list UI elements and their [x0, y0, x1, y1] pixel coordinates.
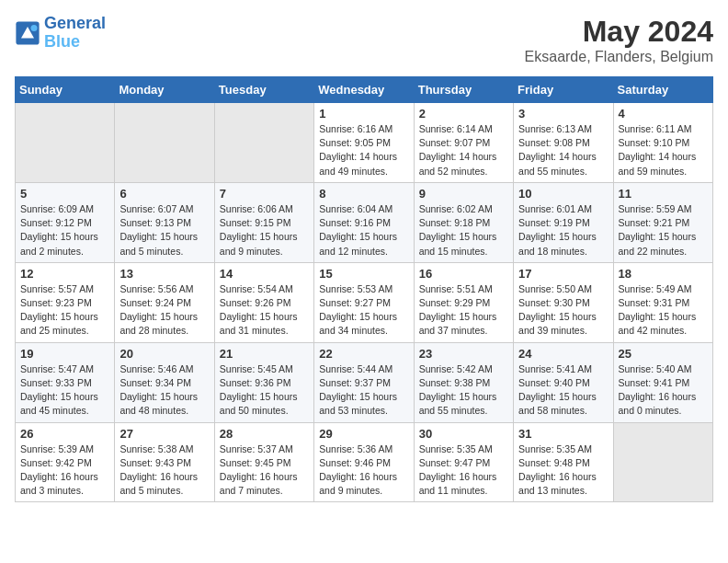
calendar-cell: 15Sunrise: 5:53 AMSunset: 9:27 PMDayligh…	[314, 262, 414, 342]
day-number: 10	[518, 187, 608, 201]
day-number: 26	[20, 427, 109, 441]
day-info: Sunrise: 5:38 AMSunset: 9:43 PMDaylight:…	[119, 442, 209, 499]
calendar-cell	[115, 103, 214, 183]
day-info: Sunrise: 5:35 AMSunset: 9:48 PMDaylight:…	[518, 442, 608, 499]
day-number: 7	[220, 187, 309, 201]
svg-point-2	[31, 25, 38, 31]
calendar-cell: 13Sunrise: 5:56 AMSunset: 9:24 PMDayligh…	[115, 262, 214, 342]
calendar-cell: 12Sunrise: 5:57 AMSunset: 9:23 PMDayligh…	[16, 262, 115, 342]
day-number: 6	[119, 187, 209, 201]
day-info: Sunrise: 5:50 AMSunset: 9:30 PMDaylight:…	[518, 282, 608, 339]
weekday-header: Wednesday	[314, 77, 414, 103]
calendar-cell: 11Sunrise: 5:59 AMSunset: 9:21 PMDayligh…	[613, 182, 712, 262]
weekday-header: Monday	[115, 77, 214, 103]
calendar-cell: 19Sunrise: 5:47 AMSunset: 9:33 PMDayligh…	[16, 342, 115, 422]
day-number: 8	[319, 187, 408, 201]
day-info: Sunrise: 5:37 AMSunset: 9:45 PMDaylight:…	[220, 442, 309, 499]
calendar-cell: 20Sunrise: 5:46 AMSunset: 9:34 PMDayligh…	[115, 342, 214, 422]
day-info: Sunrise: 5:45 AMSunset: 9:36 PMDaylight:…	[220, 362, 309, 419]
subtitle: Eksaarde, Flanders, Belgium	[525, 49, 713, 65]
day-info: Sunrise: 6:01 AMSunset: 9:19 PMDaylight:…	[518, 202, 608, 259]
day-info: Sunrise: 6:14 AMSunset: 9:07 PMDaylight:…	[419, 122, 508, 178]
day-number: 17	[518, 267, 608, 281]
weekday-header: Saturday	[613, 77, 712, 103]
day-info: Sunrise: 5:47 AMSunset: 9:33 PMDaylight:…	[20, 362, 109, 419]
day-number: 28	[220, 427, 309, 441]
logo: GeneralBlue	[15, 15, 106, 52]
day-number: 27	[119, 427, 209, 441]
day-number: 9	[419, 187, 508, 201]
calendar-cell: 18Sunrise: 5:49 AMSunset: 9:31 PMDayligh…	[613, 262, 712, 342]
calendar-cell: 3Sunrise: 6:13 AMSunset: 9:08 PMDaylight…	[514, 103, 613, 183]
day-number: 16	[419, 267, 508, 281]
day-number: 15	[319, 267, 408, 281]
day-number: 13	[119, 267, 209, 281]
day-info: Sunrise: 6:06 AMSunset: 9:15 PMDaylight:…	[220, 202, 309, 259]
day-info: Sunrise: 5:41 AMSunset: 9:40 PMDaylight:…	[518, 362, 608, 419]
day-info: Sunrise: 6:07 AMSunset: 9:13 PMDaylight:…	[119, 202, 209, 259]
logo-icon	[15, 20, 40, 46]
calendar-cell: 22Sunrise: 5:44 AMSunset: 9:37 PMDayligh…	[314, 342, 414, 422]
weekday-header: Friday	[514, 77, 613, 103]
calendar-cell: 7Sunrise: 6:06 AMSunset: 9:15 PMDaylight…	[214, 182, 313, 262]
calendar-body: 1Sunrise: 6:16 AMSunset: 9:05 PMDaylight…	[16, 103, 713, 502]
calendar-cell: 26Sunrise: 5:39 AMSunset: 9:42 PMDayligh…	[16, 422, 115, 502]
day-number: 1	[319, 107, 408, 121]
day-info: Sunrise: 5:46 AMSunset: 9:34 PMDaylight:…	[119, 362, 209, 419]
calendar-cell: 14Sunrise: 5:54 AMSunset: 9:26 PMDayligh…	[214, 262, 313, 342]
calendar-cell	[16, 103, 115, 183]
weekday-header: Tuesday	[214, 77, 313, 103]
day-number: 22	[319, 347, 408, 361]
calendar-cell: 25Sunrise: 5:40 AMSunset: 9:41 PMDayligh…	[613, 342, 712, 422]
calendar-cell: 10Sunrise: 6:01 AMSunset: 9:19 PMDayligh…	[514, 182, 613, 262]
day-info: Sunrise: 5:57 AMSunset: 9:23 PMDaylight:…	[20, 282, 109, 339]
day-number: 2	[419, 107, 508, 121]
day-number: 14	[220, 267, 309, 281]
calendar-cell: 16Sunrise: 5:51 AMSunset: 9:29 PMDayligh…	[414, 262, 513, 342]
day-info: Sunrise: 5:39 AMSunset: 9:42 PMDaylight:…	[20, 442, 109, 499]
calendar-table: SundayMondayTuesdayWednesdayThursdayFrid…	[15, 76, 713, 502]
calendar-cell	[613, 422, 712, 502]
calendar-cell: 1Sunrise: 6:16 AMSunset: 9:05 PMDaylight…	[314, 103, 414, 183]
day-number: 24	[518, 347, 608, 361]
weekday-header: Thursday	[414, 77, 513, 103]
calendar-week-row: 1Sunrise: 6:16 AMSunset: 9:05 PMDaylight…	[16, 103, 713, 183]
calendar-week-row: 5Sunrise: 6:09 AMSunset: 9:12 PMDaylight…	[16, 182, 713, 262]
calendar-cell: 6Sunrise: 6:07 AMSunset: 9:13 PMDaylight…	[115, 182, 214, 262]
title-block: May 2024 Eksaarde, Flanders, Belgium	[525, 15, 713, 65]
calendar-cell: 21Sunrise: 5:45 AMSunset: 9:36 PMDayligh…	[214, 342, 313, 422]
day-number: 20	[119, 347, 209, 361]
page-header: GeneralBlue May 2024 Eksaarde, Flanders,…	[15, 15, 713, 65]
calendar-cell: 2Sunrise: 6:14 AMSunset: 9:07 PMDaylight…	[414, 103, 513, 183]
day-number: 30	[419, 427, 508, 441]
day-number: 11	[619, 187, 708, 201]
day-number: 4	[619, 107, 708, 121]
day-number: 19	[20, 347, 109, 361]
calendar-cell: 30Sunrise: 5:35 AMSunset: 9:47 PMDayligh…	[414, 422, 513, 502]
day-info: Sunrise: 6:04 AMSunset: 9:16 PMDaylight:…	[319, 202, 408, 259]
day-number: 29	[319, 427, 408, 441]
main-title: May 2024	[525, 15, 713, 49]
day-info: Sunrise: 5:36 AMSunset: 9:46 PMDaylight:…	[319, 442, 408, 499]
day-info: Sunrise: 6:02 AMSunset: 9:18 PMDaylight:…	[419, 202, 508, 259]
calendar-cell: 17Sunrise: 5:50 AMSunset: 9:30 PMDayligh…	[514, 262, 613, 342]
day-number: 25	[619, 347, 708, 361]
day-number: 31	[518, 427, 608, 441]
day-info: Sunrise: 5:53 AMSunset: 9:27 PMDaylight:…	[319, 282, 408, 339]
day-info: Sunrise: 5:54 AMSunset: 9:26 PMDaylight:…	[220, 282, 309, 339]
day-info: Sunrise: 5:40 AMSunset: 9:41 PMDaylight:…	[619, 362, 708, 419]
day-info: Sunrise: 5:44 AMSunset: 9:37 PMDaylight:…	[319, 362, 408, 419]
calendar-cell: 28Sunrise: 5:37 AMSunset: 9:45 PMDayligh…	[214, 422, 313, 502]
day-info: Sunrise: 5:51 AMSunset: 9:29 PMDaylight:…	[419, 282, 508, 339]
day-number: 23	[419, 347, 508, 361]
logo-text: GeneralBlue	[44, 15, 106, 52]
calendar-cell: 29Sunrise: 5:36 AMSunset: 9:46 PMDayligh…	[314, 422, 414, 502]
calendar-header-row: SundayMondayTuesdayWednesdayThursdayFrid…	[16, 77, 713, 103]
day-info: Sunrise: 6:11 AMSunset: 9:10 PMDaylight:…	[619, 122, 708, 178]
day-info: Sunrise: 5:42 AMSunset: 9:38 PMDaylight:…	[419, 362, 508, 419]
calendar-cell: 8Sunrise: 6:04 AMSunset: 9:16 PMDaylight…	[314, 182, 414, 262]
calendar-cell: 4Sunrise: 6:11 AMSunset: 9:10 PMDaylight…	[613, 103, 712, 183]
day-number: 3	[518, 107, 608, 121]
day-info: Sunrise: 6:13 AMSunset: 9:08 PMDaylight:…	[518, 122, 608, 178]
day-info: Sunrise: 5:35 AMSunset: 9:47 PMDaylight:…	[419, 442, 508, 499]
